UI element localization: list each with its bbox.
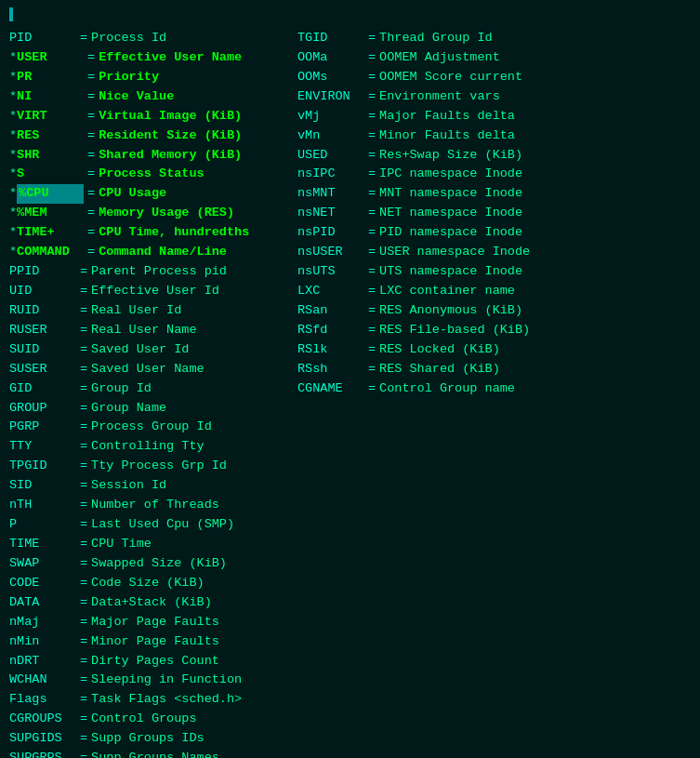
left-field-row: WCHAN = Sleeping in Function: [9, 671, 297, 690]
field-eq: =: [87, 165, 95, 184]
field-eq: =: [80, 321, 87, 340]
field-eq: =: [368, 301, 376, 321]
field-desc: Virtual Image (KiB): [99, 107, 242, 126]
field-name: TPGID: [9, 457, 76, 476]
left-field-row: SUSER = Saved User Name: [9, 360, 297, 379]
right-field-row: TGID = Thread Group Id: [297, 29, 691, 48]
field-name: nsIPC: [297, 165, 364, 184]
field-desc: Swapped Size (KiB): [91, 554, 227, 574]
left-field-row: SWAP = Swapped Size (KiB): [9, 554, 297, 574]
field-name: RSsh: [297, 360, 364, 379]
left-field-row: TTY = Controlling Tty: [9, 437, 297, 457]
field-eq: =: [368, 321, 376, 340]
field-desc: Nice Value: [99, 87, 174, 107]
field-eq: =: [80, 282, 87, 301]
field-name: ENVIRON: [297, 87, 364, 107]
field-eq: =: [87, 223, 95, 243]
right-column: TGID = Thread Group IdOOMa = OOMEM Adjus…: [297, 29, 691, 758]
field-desc: Tty Process Grp Id: [91, 457, 227, 476]
left-field-row: nMaj = Major Page Faults: [9, 613, 297, 632]
field-name: VIRT: [17, 107, 84, 126]
field-eq: =: [80, 457, 87, 476]
field-eq: =: [80, 554, 87, 574]
field-desc: Task Flags <sched.h>: [91, 690, 242, 710]
field-desc: Supp Groups Names: [91, 749, 219, 758]
field-desc: Real User Name: [91, 321, 196, 340]
left-field-row: RUID = Real User Id: [9, 301, 297, 321]
field-eq: =: [80, 729, 87, 749]
field-desc: Group Id: [91, 379, 152, 399]
field-eq: =: [80, 690, 87, 710]
field-name: nDRT: [9, 652, 76, 672]
left-field-row: RES = Resident Size (KiB): [9, 126, 297, 146]
field-eq: =: [80, 418, 87, 437]
left-field-row: %CPU = CPU Usage: [9, 184, 297, 204]
right-field-row: nsUTS = UTS namespace Inode: [297, 262, 691, 282]
left-field-row: nDRT = Dirty Pages Count: [9, 652, 297, 672]
field-desc: RES File-based (KiB): [379, 321, 530, 340]
field-desc: Controlling Tty: [91, 437, 205, 457]
field-eq: =: [87, 146, 95, 166]
field-desc: Sleeping in Function: [91, 671, 242, 690]
field-eq: =: [368, 223, 376, 243]
right-field-row: USED = Res+Swap Size (KiB): [297, 146, 691, 166]
field-eq: =: [80, 29, 87, 48]
field-eq: =: [368, 262, 376, 282]
field-name: GROUP: [9, 399, 76, 419]
field-name: GID: [9, 379, 76, 399]
field-eq: =: [368, 360, 376, 379]
field-eq: =: [80, 574, 87, 593]
field-eq: =: [368, 243, 376, 262]
field-eq: =: [80, 652, 87, 672]
field-desc: Session Id: [91, 476, 166, 496]
right-field-row: nsPID = PID namespace Inode: [297, 223, 691, 243]
field-eq: =: [80, 262, 87, 282]
right-field-row: nsUSER = USER namespace Inode: [297, 243, 691, 262]
right-field-row: vMn = Minor Faults delta: [297, 126, 691, 146]
field-eq: =: [368, 184, 376, 204]
fields-container: PID = Process IdUSER = Effective User Na…: [9, 29, 691, 758]
field-desc: Parent Process pid: [91, 262, 227, 282]
field-desc: Effective User Name: [99, 48, 242, 68]
field-name: S: [17, 165, 84, 184]
field-desc: Memory Usage (RES): [99, 204, 234, 223]
field-name: nsMNT: [297, 184, 364, 204]
field-eq: =: [80, 379, 87, 399]
field-eq: =: [368, 146, 376, 166]
field-desc: RES Anonymous (KiB): [379, 301, 522, 321]
left-field-row: Flags = Task Flags <sched.h>: [9, 690, 297, 710]
field-desc: Thread Group Id: [379, 29, 493, 48]
right-field-row: RSlk = RES Locked (KiB): [297, 340, 691, 360]
field-name: NI: [17, 87, 84, 107]
field-name: TIME+: [17, 223, 84, 243]
left-field-row: VIRT = Virtual Image (KiB): [9, 107, 297, 126]
field-desc: Saved User Id: [91, 340, 189, 360]
field-desc: UTS namespace Inode: [379, 262, 522, 282]
field-eq: =: [87, 107, 95, 126]
field-eq: =: [368, 29, 376, 48]
right-field-row: RSsh = RES Shared (KiB): [297, 360, 691, 379]
field-desc: Last Used Cpu (SMP): [91, 515, 234, 535]
field-name: nsUTS: [297, 262, 364, 282]
field-eq: =: [80, 340, 87, 360]
field-eq: =: [87, 68, 95, 87]
field-name: SID: [9, 476, 76, 496]
field-desc: CPU Time, hundredths: [99, 223, 249, 243]
field-desc: Priority: [99, 68, 159, 87]
field-eq: =: [80, 360, 87, 379]
left-field-row: NI = Nice Value: [9, 87, 297, 107]
field-name: SWAP: [9, 554, 76, 574]
left-field-row: COMMAND = Command Name/Line: [9, 243, 297, 262]
field-eq: =: [80, 496, 87, 515]
field-eq: =: [87, 87, 95, 107]
left-field-row: PR = Priority: [9, 68, 297, 87]
field-name: nMin: [9, 632, 76, 652]
field-desc: PID namespace Inode: [379, 223, 522, 243]
field-desc: Major Faults delta: [379, 107, 515, 126]
field-desc: Process Status: [99, 165, 204, 184]
field-name: OOMs: [297, 68, 364, 87]
left-field-row: RUSER = Real User Name: [9, 321, 297, 340]
left-field-row: P = Last Used Cpu (SMP): [9, 515, 297, 535]
field-desc: Control Group name: [379, 379, 515, 399]
left-field-row: GID = Group Id: [9, 379, 297, 399]
